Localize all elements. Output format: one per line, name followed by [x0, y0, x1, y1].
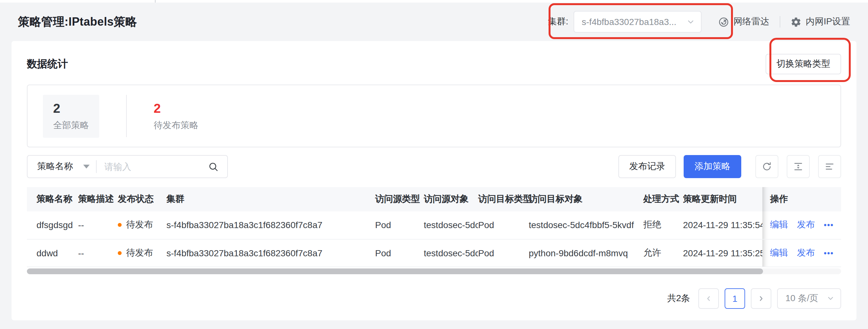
col-operations: 操作 — [763, 187, 841, 212]
cluster-select-value: s-f4bfba33027ba18a3... — [582, 17, 677, 27]
col-source-type: 访问源类型 — [375, 187, 424, 212]
page-header: 策略管理:IPtabels策略 集群: s-f4bfba33027ba18a3.… — [0, 3, 868, 41]
status-dot — [118, 251, 122, 255]
status-dot — [118, 223, 122, 227]
cell-handle-method: 允许 — [643, 239, 683, 267]
cell-cluster: s-f4bfba33027ba18a3c1f682360f7c8a7 — [166, 239, 375, 267]
cell-target-type: Pod — [478, 239, 529, 267]
cell-update-time: 2024-11-29 11:35:25 — [683, 239, 763, 267]
search-field-select[interactable]: 策略名称 — [28, 161, 96, 172]
column-settings-icon — [825, 161, 835, 172]
cell-publish-status: 待发布 — [118, 212, 166, 239]
prev-page-button[interactable] — [699, 288, 719, 308]
col-handle-method: 处理方式 — [643, 187, 683, 212]
col-policy-name: 策略名称 — [27, 187, 78, 212]
edit-link[interactable]: 编辑 — [770, 247, 788, 257]
more-actions-icon[interactable]: ••• — [824, 221, 834, 230]
cell-target-object: testdosec-5dc4fbbf5-5kvdf — [529, 212, 643, 239]
next-page-button[interactable] — [751, 288, 771, 308]
filter-toolbar-row: 策略名称 发布记录 添加策略 — [27, 155, 841, 178]
cell-publish-status: 待发布 — [118, 239, 166, 267]
publish-link[interactable]: 发布 — [797, 247, 815, 257]
horizontal-scrollbar-thumb[interactable] — [27, 268, 763, 274]
search-combo: 策略名称 — [27, 155, 228, 178]
stat-all-policies[interactable]: 2 全部策略 — [43, 94, 99, 137]
cell-handle-method: 拒绝 — [643, 212, 683, 239]
stats-divider — [126, 95, 127, 137]
publish-records-button[interactable]: 发布记录 — [618, 155, 676, 178]
table-toolbar: 发布记录 添加策略 — [618, 155, 841, 178]
page-size-select[interactable]: 10 条/页 — [777, 288, 841, 308]
col-source-object: 访问源对象 — [424, 187, 478, 212]
main-card: 数据统计 切换策略类型 2 全部策略 2 待发布策略 策略名称 — [11, 41, 857, 320]
col-publish-status: 发布状态 — [118, 187, 166, 212]
stat-pending-policies[interactable]: 2 待发布策略 — [154, 94, 198, 137]
stat-pending-policies-value: 2 — [154, 101, 198, 115]
search-button[interactable] — [206, 161, 227, 172]
col-target-type: 访问目标类型 — [478, 187, 529, 212]
search-icon — [208, 161, 219, 172]
cell-policy-desc: -- — [78, 239, 118, 267]
cluster-selector-group: 集群: s-f4bfba33027ba18a3... — [548, 11, 702, 33]
cell-policy-name: ddwd — [27, 239, 78, 267]
chevron-right-icon — [757, 294, 765, 302]
row-height-button[interactable] — [787, 155, 810, 178]
more-actions-icon[interactable]: ••• — [824, 248, 834, 257]
section-title: 数据统计 — [27, 57, 68, 71]
cell-source-object: testdosec-5dc4fbbf5-5kvdf — [424, 239, 478, 267]
pagination-total: 共2条 — [667, 293, 690, 304]
header-actions: 集群: s-f4bfba33027ba18a3... 网络雷达 — [548, 11, 850, 33]
col-target-object: 访问目标对象 — [529, 187, 643, 212]
col-policy-desc: 策略描述 — [78, 187, 118, 212]
horizontal-scrollbar[interactable] — [27, 268, 841, 274]
column-settings-button[interactable] — [818, 155, 841, 178]
table-row: dfsgdsgd -- 待发布 s-f4bfba33027ba18a3c1f68… — [27, 212, 841, 239]
col-cluster: 集群 — [166, 187, 375, 212]
cell-source-type: Pod — [375, 239, 424, 267]
page-title: 策略管理:IPtabels策略 — [18, 14, 137, 29]
page-number-button[interactable]: 1 — [724, 288, 745, 308]
table-row: ddwd -- 待发布 s-f4bfba33027ba18a3c1f682360… — [27, 239, 841, 267]
col-update-time: 策略更新时间 — [683, 187, 763, 212]
card-header: 数据统计 切换策略类型 — [27, 54, 841, 74]
nav-intranet-ip-label: 内网IP设置 — [806, 16, 850, 28]
chevron-down-icon — [827, 295, 834, 302]
app-root: 策略管理:IPtabels策略 集群: s-f4bfba33027ba18a3.… — [0, 0, 868, 329]
header-divider — [780, 16, 780, 28]
search-input[interactable] — [97, 156, 206, 177]
cell-source-object: testdosec-5dc4fbbf5-5kvdf — [424, 212, 478, 239]
chevron-left-icon — [705, 294, 712, 302]
caret-down-icon — [83, 165, 90, 168]
refresh-button[interactable] — [755, 155, 778, 178]
cluster-select[interactable]: s-f4bfba33027ba18a3... — [574, 11, 702, 33]
table-header-row: 策略名称 策略描述 发布状态 集群 访问源类型 访问源对象 访问目标类型 访问目… — [27, 187, 841, 212]
gear-icon — [790, 16, 801, 27]
nav-network-radar[interactable]: 网络雷达 — [718, 16, 769, 28]
chevron-down-icon — [687, 18, 694, 26]
browser-edge-strip — [0, 0, 868, 3]
stat-all-policies-value: 2 — [53, 101, 89, 115]
cell-policy-name: dfsgdsgd — [27, 212, 78, 239]
cell-operations: 编辑发布••• — [763, 239, 841, 267]
cluster-label: 集群: — [548, 16, 568, 28]
cell-source-type: Pod — [375, 212, 424, 239]
row-height-icon — [793, 161, 803, 172]
refresh-icon — [762, 161, 772, 172]
edit-link[interactable]: 编辑 — [770, 219, 788, 230]
stat-pending-policies-label: 待发布策略 — [154, 119, 198, 131]
pagination: 共2条 1 10 条/页 — [27, 288, 841, 308]
page-size-value: 10 条/页 — [785, 293, 818, 304]
cell-cluster: s-f4bfba33027ba18a3c1f682360f7c8a7 — [166, 212, 375, 239]
nav-intranet-ip-settings[interactable]: 内网IP设置 — [790, 16, 850, 28]
add-policy-button[interactable]: 添加策略 — [684, 155, 741, 178]
stat-all-policies-label: 全部策略 — [53, 119, 89, 131]
stats-panel: 2 全部策略 2 待发布策略 — [27, 85, 841, 147]
cell-operations: 编辑发布••• — [763, 212, 841, 239]
cell-target-type: Pod — [478, 212, 529, 239]
radar-icon — [718, 16, 729, 27]
switch-policy-type-button[interactable]: 切换策略类型 — [766, 54, 841, 74]
search-field-value: 策略名称 — [37, 161, 73, 172]
nav-network-radar-label: 网络雷达 — [734, 16, 769, 28]
cell-update-time: 2024-11-29 11:35:54 — [683, 212, 763, 239]
publish-link[interactable]: 发布 — [797, 219, 815, 230]
